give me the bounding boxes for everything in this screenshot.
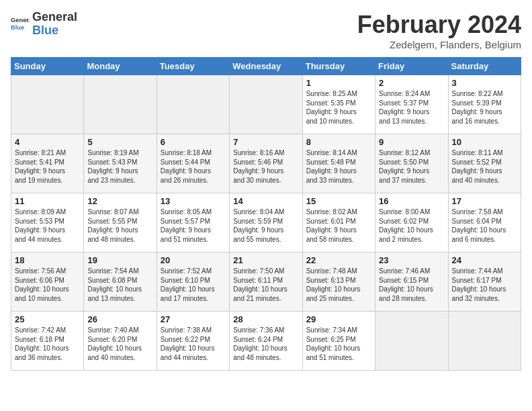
day-info: Sunrise: 7:50 AM Sunset: 6:11 PM Dayligh… xyxy=(233,267,298,303)
day-info: Sunrise: 8:02 AM Sunset: 6:01 PM Dayligh… xyxy=(306,208,371,244)
day-number: 26 xyxy=(87,314,152,324)
calendar-cell: 9Sunrise: 8:12 AM Sunset: 5:50 PM Daylig… xyxy=(375,134,448,193)
calendar-cell: 3Sunrise: 8:22 AM Sunset: 5:39 PM Daylig… xyxy=(448,75,521,134)
calendar-cell xyxy=(11,75,84,134)
day-number: 9 xyxy=(379,137,444,147)
day-info: Sunrise: 8:14 AM Sunset: 5:48 PM Dayligh… xyxy=(306,148,371,185)
day-info: Sunrise: 7:54 AM Sunset: 6:08 PM Dayligh… xyxy=(87,267,152,303)
calendar-cell: 20Sunrise: 7:52 AM Sunset: 6:10 PM Dayli… xyxy=(157,253,229,312)
day-number: 1 xyxy=(306,78,371,88)
location: Zedelgem, Flanders, Belgium xyxy=(357,39,521,50)
day-info: Sunrise: 8:11 AM Sunset: 5:52 PM Dayligh… xyxy=(452,148,517,185)
day-of-week-header: Wednesday xyxy=(230,58,302,75)
day-number: 28 xyxy=(233,314,298,324)
day-number: 14 xyxy=(233,196,298,206)
calendar-cell: 8Sunrise: 8:14 AM Sunset: 5:48 PM Daylig… xyxy=(302,134,375,193)
calendar-cell: 23Sunrise: 7:46 AM Sunset: 6:15 PM Dayli… xyxy=(375,253,448,312)
calendar-cell xyxy=(230,75,302,134)
calendar-cell: 22Sunrise: 7:48 AM Sunset: 6:13 PM Dayli… xyxy=(302,253,375,312)
day-number: 16 xyxy=(379,196,444,206)
day-number: 15 xyxy=(306,196,371,206)
day-of-week-header: Tuesday xyxy=(157,58,229,75)
day-info: Sunrise: 8:24 AM Sunset: 5:37 PM Dayligh… xyxy=(379,89,444,126)
calendar-cell xyxy=(157,75,229,134)
day-info: Sunrise: 7:34 AM Sunset: 6:25 PM Dayligh… xyxy=(306,326,371,362)
day-info: Sunrise: 8:21 AM Sunset: 5:41 PM Dayligh… xyxy=(15,148,80,185)
day-number: 19 xyxy=(87,255,152,265)
day-info: Sunrise: 8:04 AM Sunset: 5:59 PM Dayligh… xyxy=(233,208,298,244)
calendar-week-row: 11Sunrise: 8:09 AM Sunset: 5:53 PM Dayli… xyxy=(11,193,521,253)
day-info: Sunrise: 7:44 AM Sunset: 6:17 PM Dayligh… xyxy=(452,267,517,303)
day-number: 29 xyxy=(306,314,371,324)
calendar-cell: 14Sunrise: 8:04 AM Sunset: 5:59 PM Dayli… xyxy=(230,193,302,253)
header: General Blue General Blue February 2024 … xyxy=(11,11,521,50)
day-info: Sunrise: 8:19 AM Sunset: 5:43 PM Dayligh… xyxy=(87,148,152,185)
day-info: Sunrise: 7:40 AM Sunset: 6:20 PM Dayligh… xyxy=(87,326,152,362)
calendar-cell: 6Sunrise: 8:18 AM Sunset: 5:44 PM Daylig… xyxy=(157,134,229,193)
day-of-week-header: Sunday xyxy=(11,58,84,75)
calendar-cell: 4Sunrise: 8:21 AM Sunset: 5:41 PM Daylig… xyxy=(11,134,84,193)
day-number: 13 xyxy=(161,196,226,206)
day-number: 4 xyxy=(15,137,80,147)
calendar-header: SundayMondayTuesdayWednesdayThursdayFrid… xyxy=(11,58,521,75)
day-of-week-header: Saturday xyxy=(448,58,521,75)
calendar-cell: 1Sunrise: 8:25 AM Sunset: 5:35 PM Daylig… xyxy=(302,75,375,134)
calendar-cell xyxy=(375,312,448,371)
day-of-week-header: Thursday xyxy=(302,58,375,75)
calendar-cell xyxy=(448,312,521,371)
day-info: Sunrise: 7:46 AM Sunset: 6:15 PM Dayligh… xyxy=(379,267,444,303)
calendar-cell: 18Sunrise: 7:56 AM Sunset: 6:06 PM Dayli… xyxy=(11,253,84,312)
calendar-cell: 17Sunrise: 7:58 AM Sunset: 6:04 PM Dayli… xyxy=(448,193,521,253)
title-area: February 2024 Zedelgem, Flanders, Belgiu… xyxy=(357,11,521,50)
day-info: Sunrise: 7:58 AM Sunset: 6:04 PM Dayligh… xyxy=(452,208,517,244)
day-info: Sunrise: 7:56 AM Sunset: 6:06 PM Dayligh… xyxy=(15,267,80,303)
month-title: February 2024 xyxy=(357,11,521,39)
logo-icon: General Blue xyxy=(11,15,30,34)
calendar-cell: 5Sunrise: 8:19 AM Sunset: 5:43 PM Daylig… xyxy=(84,134,157,193)
day-info: Sunrise: 8:09 AM Sunset: 5:53 PM Dayligh… xyxy=(15,208,80,244)
day-info: Sunrise: 7:48 AM Sunset: 6:13 PM Dayligh… xyxy=(306,267,371,303)
logo-blue-text: Blue xyxy=(32,24,77,38)
day-number: 11 xyxy=(15,196,80,206)
calendar-cell: 12Sunrise: 8:07 AM Sunset: 5:55 PM Dayli… xyxy=(84,193,157,253)
day-info: Sunrise: 8:05 AM Sunset: 5:57 PM Dayligh… xyxy=(161,208,226,244)
day-info: Sunrise: 8:16 AM Sunset: 5:46 PM Dayligh… xyxy=(233,148,298,185)
calendar-week-row: 18Sunrise: 7:56 AM Sunset: 6:06 PM Dayli… xyxy=(11,253,521,312)
calendar-cell: 27Sunrise: 7:38 AM Sunset: 6:22 PM Dayli… xyxy=(157,312,229,371)
calendar-cell: 28Sunrise: 7:36 AM Sunset: 6:24 PM Dayli… xyxy=(230,312,302,371)
day-info: Sunrise: 7:52 AM Sunset: 6:10 PM Dayligh… xyxy=(161,267,226,303)
calendar-cell: 13Sunrise: 8:05 AM Sunset: 5:57 PM Dayli… xyxy=(157,193,229,253)
calendar-cell: 19Sunrise: 7:54 AM Sunset: 6:08 PM Dayli… xyxy=(84,253,157,312)
calendar-week-row: 25Sunrise: 7:42 AM Sunset: 6:18 PM Dayli… xyxy=(11,312,521,371)
day-number: 23 xyxy=(379,255,444,265)
day-info: Sunrise: 8:25 AM Sunset: 5:35 PM Dayligh… xyxy=(306,89,371,126)
calendar-cell: 29Sunrise: 7:34 AM Sunset: 6:25 PM Dayli… xyxy=(302,312,375,371)
day-info: Sunrise: 8:00 AM Sunset: 6:02 PM Dayligh… xyxy=(379,208,444,244)
day-info: Sunrise: 8:12 AM Sunset: 5:50 PM Dayligh… xyxy=(379,148,444,185)
day-of-week-header: Monday xyxy=(84,58,157,75)
calendar-week-row: 4Sunrise: 8:21 AM Sunset: 5:41 PM Daylig… xyxy=(11,134,521,193)
header-row: SundayMondayTuesdayWednesdayThursdayFrid… xyxy=(11,58,521,75)
calendar-cell: 21Sunrise: 7:50 AM Sunset: 6:11 PM Dayli… xyxy=(230,253,302,312)
calendar-cell: 7Sunrise: 8:16 AM Sunset: 5:46 PM Daylig… xyxy=(230,134,302,193)
calendar-cell: 10Sunrise: 8:11 AM Sunset: 5:52 PM Dayli… xyxy=(448,134,521,193)
day-info: Sunrise: 8:22 AM Sunset: 5:39 PM Dayligh… xyxy=(452,89,517,126)
day-info: Sunrise: 8:07 AM Sunset: 5:55 PM Dayligh… xyxy=(87,208,152,244)
logo: General Blue General Blue xyxy=(11,11,77,38)
day-number: 6 xyxy=(161,137,226,147)
calendar-cell xyxy=(84,75,157,134)
day-number: 17 xyxy=(452,196,517,206)
day-number: 18 xyxy=(15,255,80,265)
day-number: 7 xyxy=(233,137,298,147)
day-number: 27 xyxy=(161,314,226,324)
day-number: 10 xyxy=(452,137,517,147)
day-info: Sunrise: 7:36 AM Sunset: 6:24 PM Dayligh… xyxy=(233,326,298,362)
calendar-week-row: 1Sunrise: 8:25 AM Sunset: 5:35 PM Daylig… xyxy=(11,75,521,134)
calendar-cell: 11Sunrise: 8:09 AM Sunset: 5:53 PM Dayli… xyxy=(11,193,84,253)
calendar-cell: 2Sunrise: 8:24 AM Sunset: 5:37 PM Daylig… xyxy=(375,75,448,134)
day-number: 3 xyxy=(452,78,517,88)
svg-text:Blue: Blue xyxy=(11,24,24,31)
calendar-cell: 25Sunrise: 7:42 AM Sunset: 6:18 PM Dayli… xyxy=(11,312,84,371)
logo-general-text: General xyxy=(32,11,77,24)
day-number: 2 xyxy=(379,78,444,88)
